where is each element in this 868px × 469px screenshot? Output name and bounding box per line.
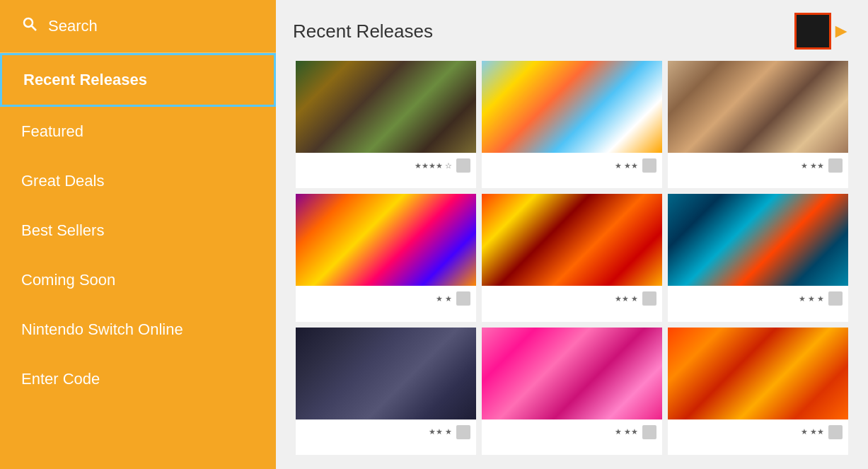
game-thumbnail-8	[482, 328, 662, 419]
game-info-2: ★ ★★	[482, 153, 662, 178]
game-card-8[interactable]: ★ ★★	[482, 328, 662, 455]
game-card-2[interactable]: ★ ★★	[482, 61, 662, 188]
sidebar-item-label: Nintendo Switch Online	[21, 320, 183, 339]
game-icon-small-7	[456, 425, 470, 439]
game-thumbnail-5	[482, 194, 662, 286]
game-rating-2: ★ ★★	[615, 161, 638, 170]
game-rating-4: ★ ★	[436, 294, 452, 303]
game-card-7[interactable]: ★★ ★	[296, 328, 476, 455]
game-icon-small-1	[456, 158, 470, 173]
game-rating-7: ★★ ★	[429, 427, 452, 436]
game-info-3: ★ ★★	[668, 153, 848, 178]
game-rating-8: ★ ★★	[615, 427, 638, 436]
sidebar-item-label: Best Sellers	[21, 221, 104, 240]
svg-line-1	[32, 26, 37, 31]
sidebar-item-label: Search	[48, 17, 98, 35]
sidebar-item-enter-code[interactable]: Enter Code	[0, 354, 276, 404]
game-card-5[interactable]: ★★ ★	[482, 194, 662, 321]
sidebar-item-nintendo-switch-online[interactable]: Nintendo Switch Online	[0, 305, 276, 354]
game-rating-5: ★★ ★	[615, 294, 638, 303]
game-card-3[interactable]: ★ ★★	[668, 61, 848, 188]
sidebar-item-label: Enter Code	[21, 370, 100, 388]
sidebar-item-coming-soon[interactable]: Coming Soon	[0, 255, 276, 305]
game-rating-9: ★ ★★	[801, 427, 824, 436]
chevron-right-icon: ►	[831, 21, 851, 41]
game-info-5: ★★ ★	[482, 286, 662, 311]
sidebar-item-label: Great Deals	[21, 172, 104, 190]
page-title: Recent Releases	[293, 21, 433, 42]
game-info-1: ★★★★ ☆	[296, 153, 476, 178]
sidebar-item-label: Featured	[21, 122, 83, 141]
sidebar-item-best-sellers[interactable]: Best Sellers	[0, 206, 276, 255]
game-thumbnail-9	[668, 328, 848, 419]
game-thumbnail-7	[296, 328, 476, 419]
nav-arrow-container: ►	[794, 13, 851, 50]
game-icon-small-9	[828, 425, 843, 439]
game-info-9: ★ ★★	[668, 419, 848, 445]
search-icon	[21, 16, 38, 37]
sidebar-item-label: Recent Releases	[23, 71, 147, 89]
game-thumbnail-1	[296, 61, 476, 153]
game-rating-1: ★★★★ ☆	[415, 161, 452, 170]
game-rating-6: ★ ★ ★	[799, 294, 824, 303]
sidebar-item-label: Coming Soon	[21, 271, 115, 289]
game-thumbnail-2	[482, 61, 662, 153]
game-icon-small-3	[828, 158, 843, 173]
game-thumbnail-3	[668, 61, 848, 153]
game-grid: ★★★★ ☆ ★ ★★ ★ ★★ ★ ★	[276, 58, 868, 469]
game-rating-3: ★ ★★	[801, 161, 824, 170]
sidebar-item-search[interactable]: Search	[0, 0, 276, 53]
game-thumbnail-6	[668, 194, 848, 286]
sidebar-item-great-deals[interactable]: Great Deals	[0, 156, 276, 206]
sidebar-item-recent-releases[interactable]: Recent Releases	[0, 53, 276, 107]
sidebar-item-featured[interactable]: Featured	[0, 107, 276, 156]
game-thumbnail-4	[296, 194, 476, 286]
game-icon-small-2	[642, 158, 656, 173]
game-card-9[interactable]: ★ ★★	[668, 328, 848, 455]
game-icon-small-5	[642, 291, 656, 306]
game-icon-small-8	[642, 425, 656, 439]
game-info-4: ★ ★	[296, 286, 476, 311]
main-content: Recent Releases ► ★★★★ ☆ ★ ★★ ★ ★★	[276, 0, 868, 469]
game-info-8: ★ ★★	[482, 419, 662, 445]
game-card-4[interactable]: ★ ★	[296, 194, 476, 321]
game-icon-small-4	[456, 291, 470, 306]
game-info-7: ★★ ★	[296, 419, 476, 445]
nav-forward-button[interactable]	[794, 13, 831, 50]
game-icon-small-6	[828, 291, 843, 306]
game-card-6[interactable]: ★ ★ ★	[668, 194, 848, 321]
game-info-6: ★ ★ ★	[668, 286, 848, 311]
main-header: Recent Releases ►	[276, 0, 868, 58]
svg-point-0	[24, 18, 33, 27]
game-card-1[interactable]: ★★★★ ☆	[296, 61, 476, 188]
sidebar: Search Recent Releases Featured Great De…	[0, 0, 276, 469]
